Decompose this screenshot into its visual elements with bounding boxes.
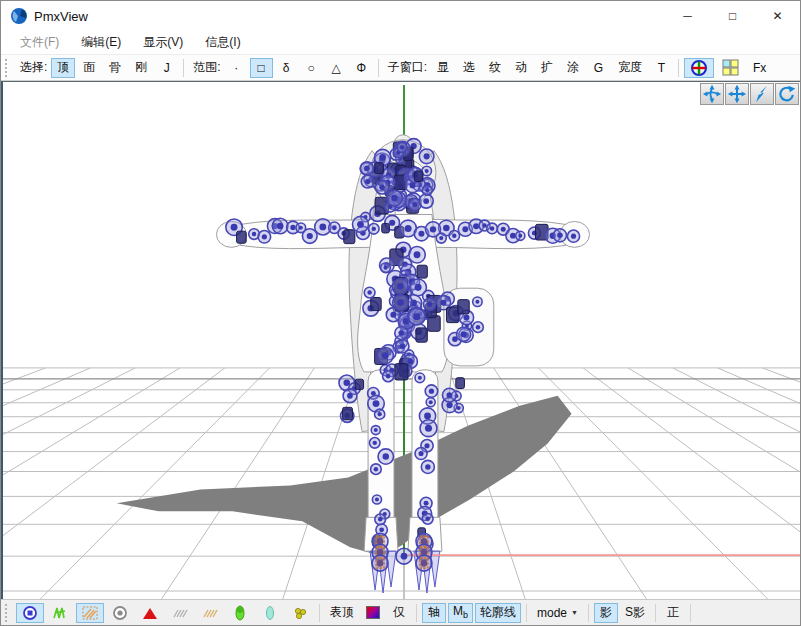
rotate-icon: [776, 84, 798, 104]
app-icon: [10, 7, 28, 25]
color-swatch-icon: [366, 606, 380, 619]
quad-view-toggle[interactable]: [716, 58, 745, 78]
range-label: 范围:: [193, 59, 220, 76]
subwindow-paint-button[interactable]: 涂: [561, 58, 585, 78]
masking-display-toggle[interactable]: [76, 603, 104, 623]
only-button[interactable]: 仅: [387, 603, 411, 623]
bone-display-toggle[interactable]: [136, 603, 164, 623]
pan-view-button[interactable]: [725, 83, 749, 105]
subwindow-display-button[interactable]: 显: [431, 58, 455, 78]
select-joint-button[interactable]: J: [155, 58, 178, 78]
front-vertex-button[interactable]: 表顶: [325, 603, 359, 623]
separator: [416, 604, 417, 622]
range-dot-button[interactable]: ·: [225, 58, 248, 78]
vertex-color-button[interactable]: [361, 603, 385, 623]
model-scene: [3, 82, 800, 599]
gray-dot-icon: [111, 605, 129, 621]
separator: [655, 604, 656, 622]
menu-info[interactable]: 信息(I): [194, 31, 251, 54]
material-toggle[interactable]: Mb: [448, 603, 473, 623]
green-capsule-icon: [231, 605, 249, 621]
face-display-toggle[interactable]: [46, 603, 74, 623]
separator: [183, 59, 184, 77]
fx-toggle[interactable]: Fx: [747, 58, 772, 78]
self-shadow-toggle[interactable]: S影: [620, 603, 650, 623]
yellow-joint-icon: [291, 605, 309, 621]
subwindow-g-button[interactable]: G: [587, 58, 610, 78]
mb-label: Mb: [453, 604, 468, 620]
vertex-display-toggle[interactable]: [16, 603, 44, 623]
menu-edit[interactable]: 编辑(E): [70, 31, 132, 54]
menu-file[interactable]: 文件(F): [9, 31, 70, 54]
zoom-view-button[interactable]: [750, 83, 774, 105]
main-toolbar: 选择: 顶 面 骨 刚 J 范围: · □ δ ○ △ Φ 子窗口: 显 选 纹…: [1, 55, 800, 81]
range-phi-button[interactable]: Φ: [350, 58, 373, 78]
axis-toggle[interactable]: 轴: [422, 603, 446, 623]
range-circle-button[interactable]: ○: [300, 58, 323, 78]
pan-icon: [726, 84, 748, 104]
close-button[interactable]: ✕: [755, 1, 800, 31]
separator: [690, 604, 691, 622]
view-nav-buttons: [700, 83, 799, 105]
chevron-down-icon: ▼: [571, 609, 578, 616]
maximize-button[interactable]: □: [710, 1, 755, 31]
select-face-button[interactable]: 面: [77, 58, 101, 78]
orange-hatch-icon: [81, 605, 99, 621]
cyan-capsule-icon: [261, 605, 279, 621]
range-triangle-button[interactable]: △: [325, 58, 348, 78]
rotate-view-button[interactable]: [775, 83, 799, 105]
select-bone-button[interactable]: 骨: [103, 58, 127, 78]
rigidbody-green-toggle[interactable]: [226, 603, 254, 623]
subwindow-select-button[interactable]: 选: [457, 58, 481, 78]
pmxview-window: PmxView ─ □ ✕ 文件(F) 编辑(E) 显示(V) 信息(I) 选择…: [0, 0, 801, 626]
hatch-gray-toggle[interactable]: [166, 603, 194, 623]
subwindow-t-button[interactable]: T: [650, 58, 673, 78]
mode-label: mode: [537, 606, 567, 620]
window-title: PmxView: [34, 9, 88, 24]
menu-view[interactable]: 显示(V): [132, 31, 194, 54]
vertex-dot-icon: [21, 605, 39, 621]
bottom-toolbar-grip[interactable]: [5, 604, 12, 622]
tan-hatch-icon: [201, 605, 219, 621]
gray-hatch-icon: [171, 605, 189, 621]
orbit-view-button[interactable]: [700, 83, 724, 105]
range-delta-button[interactable]: δ: [275, 58, 298, 78]
hatch-tan-toggle[interactable]: [196, 603, 224, 623]
minimize-button[interactable]: ─: [665, 1, 710, 31]
normal-toggle[interactable]: 正: [661, 603, 685, 623]
axis-target-toggle[interactable]: [684, 58, 714, 78]
range-square-button[interactable]: □: [250, 58, 273, 78]
green-scribble-icon: [51, 605, 69, 621]
subwindow-motion-button[interactable]: 动: [509, 58, 533, 78]
mode-dropdown[interactable]: mode ▼: [532, 603, 583, 623]
separator: [526, 604, 527, 622]
bottom-toolbar: 表顶 仅 轴 Mb 轮廓线 mode ▼ 影 S影 正: [1, 599, 800, 625]
menu-bar: 文件(F) 编辑(E) 显示(V) 信息(I): [1, 31, 800, 55]
shadow-toggle[interactable]: 影: [594, 603, 618, 623]
zoom-icon: [751, 84, 773, 104]
red-triangle-icon: [141, 605, 159, 621]
quad-view-icon: [722, 59, 739, 76]
separator: [378, 59, 379, 77]
title-bar[interactable]: PmxView ─ □ ✕: [1, 1, 800, 31]
separator: [588, 604, 589, 622]
subwindow-texture-button[interactable]: 纹: [483, 58, 507, 78]
subwindow-width-button[interactable]: 宽度: [612, 58, 648, 78]
viewport-3d[interactable]: [1, 81, 800, 599]
rigidbody-cyan-toggle[interactable]: [256, 603, 284, 623]
vertex-gray-toggle[interactable]: [106, 603, 134, 623]
subwindow-extend-button[interactable]: 扩: [535, 58, 559, 78]
outline-toggle[interactable]: 轮廓线: [475, 603, 521, 623]
subwindow-label: 子窗口:: [388, 59, 427, 76]
orbit-icon: [701, 84, 723, 104]
separator: [678, 59, 679, 77]
select-rigid-button[interactable]: 刚: [129, 58, 153, 78]
select-label: 选择:: [20, 59, 47, 76]
separator: [319, 604, 320, 622]
toolbar-grip[interactable]: [5, 59, 12, 77]
axis-target-icon: [690, 59, 708, 77]
joint-display-toggle[interactable]: [286, 603, 314, 623]
select-vertex-button[interactable]: 顶: [51, 58, 75, 78]
